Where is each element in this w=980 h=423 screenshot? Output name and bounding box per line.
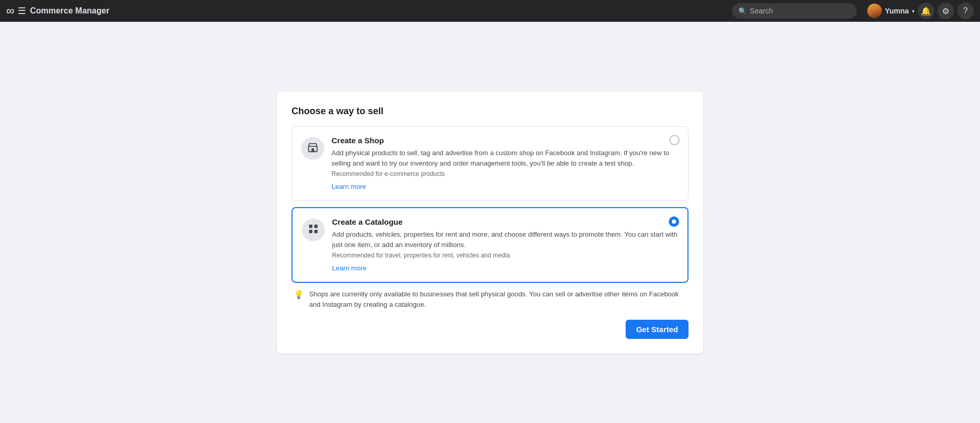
shop-option-title: Create a Shop xyxy=(332,136,679,145)
info-text: Shops are currently only available to bu… xyxy=(309,289,686,309)
shop-learn-more-link[interactable]: Learn more xyxy=(332,183,366,190)
topnav-title: Commerce Manager xyxy=(30,6,110,16)
search-input[interactable] xyxy=(750,7,851,15)
notification-icon: 🔔 xyxy=(921,6,931,16)
avatar-img xyxy=(867,4,882,18)
main-content: Choose a way to sell Create a Shop Add p… xyxy=(0,0,980,423)
option-create-shop[interactable]: Create a Shop Add physical products to s… xyxy=(292,126,688,201)
svg-rect-1 xyxy=(311,148,314,151)
card-title: Choose a way to sell xyxy=(292,106,688,117)
notifications-button[interactable]: 🔔 xyxy=(918,3,934,19)
catalogue-option-title: Create a Catalogue xyxy=(332,217,678,226)
topnav: ∞ ☰ Commerce Manager 🔍 Yumna ▾ 🔔 ⚙ ? xyxy=(0,0,980,22)
choose-way-card: Choose a way to sell Create a Shop Add p… xyxy=(277,91,703,353)
logo-area: ∞ ☰ Commerce Manager xyxy=(6,4,110,18)
hamburger-icon[interactable]: ☰ xyxy=(18,5,26,17)
shop-icon xyxy=(307,142,319,156)
shop-icon-wrap xyxy=(301,137,324,160)
get-started-button[interactable]: Get Started xyxy=(626,320,688,339)
help-icon: ? xyxy=(963,6,968,16)
lightbulb-icon: 💡 xyxy=(294,290,304,299)
shop-option-content: Create a Shop Add physical products to s… xyxy=(332,136,679,191)
catalogue-learn-more-link[interactable]: Learn more xyxy=(332,264,366,272)
svg-rect-3 xyxy=(314,224,317,227)
catalogue-icon xyxy=(308,223,319,237)
user-name: Yumna xyxy=(885,7,909,15)
shop-radio-button[interactable] xyxy=(669,135,680,145)
svg-rect-4 xyxy=(309,229,312,233)
catalogue-radio-button[interactable] xyxy=(669,216,679,227)
search-icon: 🔍 xyxy=(738,7,747,15)
catalogue-option-content: Create a Catalogue Add products, vehicle… xyxy=(332,217,678,272)
card-footer: Get Started xyxy=(292,320,688,339)
info-box: 💡 Shops are currently only available to … xyxy=(292,289,688,309)
settings-icon: ⚙ xyxy=(942,6,949,16)
svg-rect-2 xyxy=(309,224,312,227)
chevron-down-icon: ▾ xyxy=(912,8,915,14)
shop-option-recommended: Recommended for e-commerce products xyxy=(332,170,679,178)
help-button[interactable]: ? xyxy=(957,3,974,19)
avatar xyxy=(867,4,882,18)
catalogue-option-recommended: Recommended for travel, properties for r… xyxy=(332,252,678,259)
meta-icon: ∞ xyxy=(6,4,14,18)
catalogue-option-desc: Add products, vehicles, properties for r… xyxy=(332,229,678,250)
settings-button[interactable]: ⚙ xyxy=(937,3,954,19)
user-menu[interactable]: Yumna ▾ xyxy=(867,4,915,18)
search-bar[interactable]: 🔍 xyxy=(732,3,857,19)
shop-option-desc: Add physical products to sell, tag and a… xyxy=(332,148,679,168)
svg-rect-5 xyxy=(314,229,317,233)
catalogue-icon-wrap xyxy=(302,219,325,241)
option-create-catalogue[interactable]: Create a Catalogue Add products, vehicle… xyxy=(292,207,688,283)
topnav-actions: Yumna ▾ 🔔 ⚙ ? xyxy=(867,3,974,19)
